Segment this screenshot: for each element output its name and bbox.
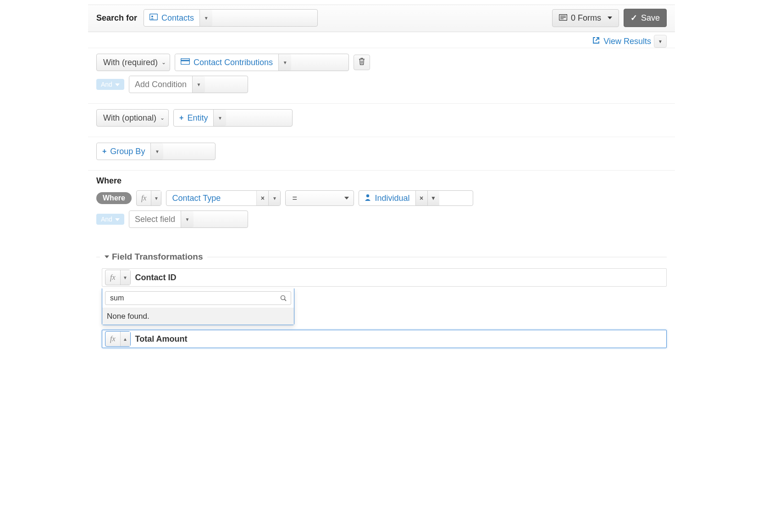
chevron-down-icon[interactable]: ▼ [181,211,194,227]
add-condition-placeholder: Add Condition [135,80,187,89]
forms-button[interactable]: 0 Forms [552,9,619,27]
chevron-down-icon[interactable]: ▼ [199,10,212,26]
chevron-down-icon: ▼ [151,191,161,205]
search-entity-select[interactable]: Contacts ▼ [144,9,318,27]
svg-line-13 [285,299,287,301]
add-condition-select[interactable]: Add Condition ▼ [129,76,248,93]
and-label: And [101,216,112,223]
with-optional-section: With (optional) ⌄ + Entity ▼ [88,103,675,137]
forms-label: 0 Forms [571,13,601,23]
svg-rect-8 [181,60,190,61]
credit-card-icon [181,58,190,66]
view-results-label: View Results [603,37,651,46]
where-fx-button[interactable]: fx ▼ [136,190,162,206]
chevron-down-icon: ⌄ [160,115,165,121]
group-by-label: Group By [110,147,145,156]
plus-icon: + [102,147,106,155]
chevron-down-icon[interactable]: ▼ [192,76,205,93]
fx-search-input[interactable] [105,291,291,305]
chevron-down-icon[interactable]: ▼ [150,143,163,160]
and-operator-chip[interactable]: And [96,214,124,225]
save-button[interactable]: ✓ Save [624,9,667,27]
with-required-section: With (required) ⌄ Contact Contributions … [88,48,675,103]
delete-button[interactable] [354,55,370,70]
svg-point-12 [281,296,285,300]
fx-label: fx [137,194,151,202]
with-required-entity-value: Contact Contributions [194,58,273,67]
where-select-field-placeholder: Select field [135,215,175,224]
svg-point-1 [151,16,153,17]
chevron-down-icon: ⌄ [161,59,166,66]
ft-field-label: Total Amount [135,334,188,344]
fx-label: fx [105,335,120,343]
search-for-label: Search for [96,13,137,23]
ft-row-contact-id: fx ▼ Contact ID [102,268,667,287]
form-icon [559,13,567,23]
svg-point-11 [366,194,369,197]
save-label: Save [641,13,660,23]
with-required-label: With (required) [103,58,158,67]
field-transformations-header[interactable]: Field Transformations [88,252,675,262]
with-required-select[interactable]: With (required) ⌄ [96,54,170,71]
chevron-down-icon[interactable]: ▼ [427,191,439,205]
group-by-section: + Group By ▼ [88,137,675,170]
chevron-down-icon: ▼ [120,270,130,285]
with-required-entity-select[interactable]: Contact Contributions ▼ [175,54,349,71]
caret-down-icon [112,216,120,223]
ft-row-total-amount: fx ▲ Total Amount [102,330,667,348]
fx-label: fx [105,273,120,282]
chevron-down-icon[interactable]: ▼ [278,54,291,71]
field-transformations-title: Field Transformations [112,252,203,262]
where-field-select[interactable]: Contact Type × ▼ [166,190,281,206]
where-value-select[interactable]: Individual × ▼ [359,190,473,206]
fx-dropdown-popup: None found. [102,288,294,325]
chevron-down-icon[interactable]: ▼ [268,191,280,205]
where-field-value: Contact Type [166,194,256,203]
and-operator-chip[interactable]: And [96,79,124,90]
with-optional-entity-placeholder: Entity [187,113,208,123]
person-icon [365,194,371,203]
where-select-field[interactable]: Select field ▼ [129,211,248,228]
fx-dropdown-results: None found. [102,308,294,325]
where-operator-value: = [292,194,297,203]
where-heading: Where [96,176,667,186]
contact-card-icon [149,13,158,22]
checkmark-icon: ✓ [630,13,637,23]
ft-fx-button-open[interactable]: fx ▲ [105,331,131,347]
and-label: And [101,81,112,88]
chevron-down-icon[interactable]: ▼ [213,110,226,126]
view-results-dropdown[interactable]: ▼ [654,35,667,48]
with-optional-select[interactable]: With (optional) ⌄ [96,109,169,127]
svg-line-6 [596,38,599,41]
search-entity-value: Contacts [161,13,194,23]
clear-icon[interactable]: × [256,191,268,205]
group-by-select[interactable]: + Group By ▼ [96,143,216,160]
external-link-icon [592,37,600,46]
topbar: Search for Contacts ▼ 0 Forms ✓ Save [88,5,675,32]
clear-icon[interactable]: × [415,191,427,205]
chevron-up-icon: ▲ [120,332,130,346]
search-icon [280,295,287,303]
where-pill: Where [96,192,132,204]
svg-rect-7 [181,59,190,65]
where-section: Where Where fx ▼ Contact Type × ▼ = In [88,170,675,238]
caret-down-icon [112,81,120,88]
with-optional-label: With (optional) [103,113,156,123]
ft-fx-button[interactable]: fx ▼ [105,270,131,285]
with-optional-entity-select[interactable]: + Entity ▼ [173,109,293,127]
view-results-link[interactable]: View Results [592,37,651,46]
ft-field-label: Contact ID [135,273,177,283]
trash-icon [359,58,365,67]
where-value-text: Individual [375,194,409,203]
plus-icon: + [179,114,183,122]
where-operator-select[interactable]: = [285,190,354,206]
